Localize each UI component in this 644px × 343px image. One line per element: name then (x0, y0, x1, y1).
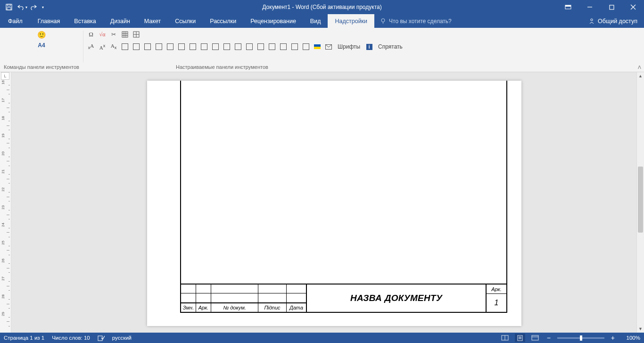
status-words[interactable]: Число слов: 10 (52, 335, 90, 341)
tab-home[interactable]: Главная (31, 14, 67, 28)
tab-layout[interactable]: Макет (137, 14, 168, 28)
frame-btn-2[interactable] (132, 42, 141, 51)
ribbon-display-button[interactable] (557, 0, 579, 14)
vertical-scrollbar[interactable]: ▲ ▼ (636, 72, 644, 333)
save-button[interactable] (3, 1, 15, 13)
tab-design[interactable]: Дизайн (103, 14, 137, 28)
scroll-down-icon[interactable]: ▼ (637, 325, 644, 333)
tb-header-ark: Арк. (196, 303, 211, 312)
omega-button[interactable]: Ω (86, 30, 96, 39)
status-proofing-icon[interactable] (98, 335, 105, 341)
cut-button[interactable]: ✂ (109, 30, 118, 39)
frame-btn-11[interactable] (233, 42, 243, 51)
a4-button[interactable]: А4 (38, 42, 45, 49)
scroll-up-icon[interactable]: ▲ (637, 72, 644, 80)
close-button[interactable] (622, 0, 644, 14)
smiley-icon[interactable]: 🙂 (37, 31, 46, 39)
minimize-icon (587, 4, 593, 10)
vertical-ruler[interactable]: 1617181920212223242526272829 (0, 72, 11, 333)
chevron-down-icon: ▾ (42, 5, 44, 9)
redo-button[interactable] (27, 1, 40, 13)
frame-btn-7[interactable] (188, 42, 198, 51)
frame-btn-10[interactable] (222, 42, 231, 51)
superscript-button[interactable]: Ax (98, 42, 107, 51)
title-block-center: НАЗВА ДОКУМЕНТУ (306, 284, 487, 312)
frame-btn-5[interactable] (165, 42, 175, 51)
status-language[interactable]: русский (112, 335, 132, 341)
frame-btn-9[interactable] (211, 42, 220, 51)
svg-rect-12 (122, 32, 128, 37)
tab-addins[interactable]: Надстройки (328, 14, 374, 28)
frame-btn-16[interactable] (290, 42, 299, 51)
redo-icon (30, 4, 37, 10)
maximize-icon (609, 5, 614, 10)
svg-rect-4 (565, 5, 571, 7)
info-button[interactable]: i (364, 42, 374, 51)
collapse-ribbon-button[interactable]: ᐱ (638, 65, 641, 70)
tab-file[interactable]: Файл (0, 14, 31, 28)
window-controls (557, 0, 644, 14)
tab-insert[interactable]: Вставка (67, 14, 103, 28)
zoom-slider-thumb[interactable] (580, 335, 582, 341)
frame-btn-6[interactable] (177, 42, 186, 51)
zoom-level[interactable]: 100% (621, 335, 640, 341)
tab-selector[interactable]: L (1, 72, 9, 80)
tb-header-zmn: Змн. (181, 303, 196, 312)
frame-btn-4[interactable] (154, 42, 164, 51)
hide-button[interactable]: Спрятать (376, 42, 405, 51)
frame-btn-1[interactable] (120, 42, 130, 51)
minimize-button[interactable] (579, 0, 601, 14)
ribbon-tabs: Файл Главная Вставка Дизайн Макет Ссылки… (0, 14, 644, 28)
workspace: 1617181920212223242526272829 (0, 72, 644, 333)
lightbulb-icon (380, 18, 386, 24)
window-title: Документ1 - Word (Сбой активации продукт… (262, 4, 381, 10)
tab-mailings[interactable]: Рассылки (203, 14, 243, 28)
svg-point-9 (381, 19, 385, 22)
table-button-1[interactable] (120, 30, 130, 39)
frame-btn-13[interactable] (256, 42, 265, 51)
qat-customize-button[interactable]: ▾ (40, 1, 46, 13)
title-block-left: Змн. Арк. № докум. Підпис Дата (181, 284, 306, 312)
tb-right-label: Арк. (487, 284, 506, 294)
tab-references[interactable]: Ссылки (168, 14, 203, 28)
maximize-button[interactable] (601, 0, 622, 14)
subscript-left-button[interactable]: xA (86, 42, 96, 51)
sqrt-button[interactable]: √α (98, 30, 107, 39)
document-page[interactable]: Змн. Арк. № докум. Підпис Дата НАЗВА ДОК… (147, 81, 521, 326)
quick-access-toolbar: ▾ ▾ (0, 1, 46, 13)
frame-btn-8[interactable] (199, 42, 209, 51)
close-icon (630, 4, 636, 10)
frame-btn-15[interactable] (279, 42, 288, 51)
frame-btn-14[interactable] (267, 42, 277, 51)
mail-button[interactable] (324, 42, 333, 51)
flag-button[interactable] (313, 42, 322, 51)
zoom-slider[interactable] (557, 337, 604, 339)
subscript-button[interactable]: Ax (109, 42, 118, 51)
frame-btn-3[interactable] (143, 42, 152, 51)
frame-btn-12[interactable] (245, 42, 254, 51)
table-button-2[interactable] (132, 30, 141, 39)
fonts-button[interactable]: Шрифты (335, 42, 363, 51)
share-icon (588, 18, 595, 25)
tab-review[interactable]: Рецензирование (243, 14, 303, 28)
tb-header-ndoc: № докум. (211, 303, 258, 312)
zoom-in-button[interactable]: + (609, 334, 617, 342)
ribbon-group-toolbar-commands: 🙂 А4 Команды панели инструментов (0, 28, 83, 72)
frame-btn-17[interactable] (301, 42, 311, 51)
view-read-mode[interactable] (500, 334, 510, 342)
tell-me-search[interactable]: Что вы хотите сделать? (374, 14, 457, 28)
share-button[interactable]: Общий доступ (582, 14, 644, 28)
tb-right-value: 1 (487, 294, 506, 312)
status-page[interactable]: Страница 1 из 1 (4, 335, 44, 341)
scrollbar-thumb[interactable] (638, 167, 643, 233)
view-web-layout[interactable] (530, 334, 540, 342)
view-print-layout[interactable] (515, 334, 525, 342)
svg-rect-2 (7, 8, 11, 10)
undo-icon (17, 4, 25, 10)
document-area[interactable]: Змн. Арк. № докум. Підпис Дата НАЗВА ДОК… (11, 72, 636, 333)
tb-header-sign: Підпис (258, 303, 287, 312)
title-block-right: Арк. 1 (487, 284, 506, 312)
ribbon-group-label-1: Команды панели инструментов (3, 63, 80, 72)
tab-view[interactable]: Вид (303, 14, 328, 28)
zoom-out-button[interactable]: − (545, 334, 553, 342)
